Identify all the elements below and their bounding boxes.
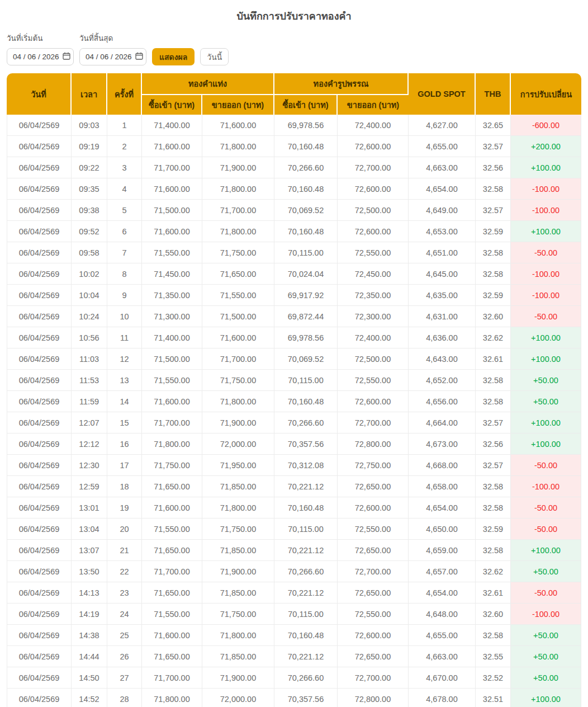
cell-bar-buy: 71,600.00 (142, 221, 202, 242)
cell-round: 9 (107, 285, 142, 306)
cell-change: -100.00 (511, 178, 581, 200)
cell-orn-sell: 72,300.00 (338, 306, 409, 327)
cell-gold-spot: 4,663.00 (409, 646, 476, 667)
cell-time: 09:22 (72, 157, 107, 178)
cell-bar-sell: 71,800.00 (202, 391, 274, 412)
cell-bar-buy: 71,800.00 (142, 433, 202, 455)
cell-time: 11:59 (72, 391, 107, 412)
cell-bar-sell: 71,700.00 (202, 200, 274, 221)
table-row: 06/04/256914:192471,550.0071,750.0070,11… (7, 604, 581, 625)
cell-change: -50.00 (511, 242, 581, 263)
end-date-input[interactable]: 04 / 06 / 2026 (79, 48, 146, 65)
cell-gold-spot: 4,664.00 (409, 412, 476, 433)
header-thb: THB (476, 73, 511, 115)
cell-gold-spot: 4,659.00 (409, 540, 476, 561)
cell-orn-sell: 72,450.00 (338, 263, 409, 285)
header-time: เวลา (72, 73, 107, 115)
header-orn-sell: ขายออก (บาท) (338, 94, 409, 115)
cell-gold-spot: 4,649.00 (409, 200, 476, 221)
cell-date: 06/04/2569 (7, 370, 72, 391)
cell-date: 06/04/2569 (7, 519, 72, 540)
cell-bar-sell: 72,000.00 (202, 433, 274, 455)
cell-orn-sell: 72,700.00 (338, 412, 409, 433)
header-ornament-group: ทองคำรูปพรรณ (274, 73, 409, 94)
cell-date: 06/04/2569 (7, 178, 72, 200)
cell-bar-buy: 71,600.00 (142, 497, 202, 519)
cell-round: 17 (107, 455, 142, 476)
cell-bar-sell: 71,700.00 (202, 348, 274, 370)
cell-date: 06/04/2569 (7, 604, 72, 625)
table-row: 06/04/256912:071571,700.0071,900.0070,26… (7, 412, 581, 433)
cell-bar-buy: 71,400.00 (142, 327, 202, 348)
cell-time: 09:38 (72, 200, 107, 221)
cell-orn-sell: 72,550.00 (338, 370, 409, 391)
table-row: 06/04/256912:121671,800.0072,000.0070,35… (7, 433, 581, 455)
cell-date: 06/04/2569 (7, 412, 72, 433)
cell-thb: 32.58 (476, 540, 511, 561)
table-row: 06/04/256911:531371,550.0071,750.0070,11… (7, 370, 581, 391)
cell-gold-spot: 4,654.00 (409, 582, 476, 604)
cell-orn-buy: 70,160.48 (274, 625, 338, 646)
cell-time: 09:58 (72, 242, 107, 263)
cell-bar-sell: 71,900.00 (202, 412, 274, 433)
cell-bar-sell: 71,800.00 (202, 497, 274, 519)
cell-change: +100.00 (511, 157, 581, 178)
cell-bar-sell: 71,750.00 (202, 370, 274, 391)
calendar-icon (59, 52, 70, 62)
start-date-input[interactable]: 04 / 06 / 2026 (7, 48, 74, 65)
cell-orn-buy: 70,266.60 (274, 667, 338, 689)
cell-time: 14:19 (72, 604, 107, 625)
cell-orn-buy: 70,266.60 (274, 561, 338, 582)
cell-gold-spot: 4,656.00 (409, 391, 476, 412)
cell-bar-sell: 71,900.00 (202, 667, 274, 689)
cell-bar-sell: 71,750.00 (202, 519, 274, 540)
cell-change: -100.00 (511, 200, 581, 221)
cell-change: -100.00 (511, 263, 581, 285)
cell-thb: 32.52 (476, 667, 511, 689)
cell-orn-buy: 70,266.60 (274, 412, 338, 433)
cell-date: 06/04/2569 (7, 540, 72, 561)
cell-orn-sell: 72,550.00 (338, 242, 409, 263)
cell-time: 12:12 (72, 433, 107, 455)
cell-bar-sell: 71,650.00 (202, 263, 274, 285)
cell-bar-sell: 71,850.00 (202, 476, 274, 497)
cell-round: 18 (107, 476, 142, 497)
cell-round: 4 (107, 178, 142, 200)
table-row: 06/04/256910:561171,400.0071,600.0069,97… (7, 327, 581, 348)
table-row: 06/04/256911:031271,500.0071,700.0070,06… (7, 348, 581, 370)
cell-orn-sell: 72,650.00 (338, 646, 409, 667)
cell-orn-buy: 70,221.12 (274, 646, 338, 667)
cell-bar-sell: 72,000.00 (202, 689, 274, 707)
gold-price-table-wrap: วันที่ เวลา ครั้งที่ ทองคำแท่ง ทองคำรูปพ… (7, 73, 581, 707)
cell-bar-sell: 71,800.00 (202, 136, 274, 157)
table-row: 06/04/256912:301771,750.0071,950.0070,31… (7, 455, 581, 476)
cell-change: -50.00 (511, 519, 581, 540)
cell-orn-buy: 70,069.52 (274, 348, 338, 370)
cell-orn-buy: 69,872.44 (274, 306, 338, 327)
cell-orn-sell: 72,600.00 (338, 497, 409, 519)
cell-time: 12:07 (72, 412, 107, 433)
cell-time: 12:30 (72, 455, 107, 476)
cell-bar-buy: 71,550.00 (142, 604, 202, 625)
today-button[interactable]: วันนี้ (200, 48, 229, 65)
cell-round: 2 (107, 136, 142, 157)
cell-bar-buy: 71,400.00 (142, 115, 202, 136)
cell-change: -50.00 (511, 455, 581, 476)
cell-time: 10:04 (72, 285, 107, 306)
table-row: 06/04/256913:072171,650.0071,850.0070,22… (7, 540, 581, 561)
table-row: 06/04/256913:011971,600.0071,800.0070,16… (7, 497, 581, 519)
table-header: วันที่ เวลา ครั้งที่ ทองคำแท่ง ทองคำรูปพ… (7, 73, 581, 115)
end-date-value: 04 / 06 / 2026 (86, 53, 132, 61)
cell-thb: 32.58 (476, 497, 511, 519)
cell-change: +100.00 (511, 327, 581, 348)
show-results-button[interactable]: แสดงผล (152, 48, 195, 65)
cell-orn-buy: 70,115.00 (274, 604, 338, 625)
end-date-group: วันที่สิ้นสุด 04 / 06 / 2026 (79, 32, 146, 65)
cell-orn-sell: 72,650.00 (338, 582, 409, 604)
cell-round: 12 (107, 348, 142, 370)
cell-date: 06/04/2569 (7, 497, 72, 519)
cell-bar-sell: 71,600.00 (202, 115, 274, 136)
cell-bar-buy: 71,650.00 (142, 646, 202, 667)
cell-bar-sell: 71,500.00 (202, 306, 274, 327)
page-title: บันทึกการปรับราคาทองคำ (7, 8, 581, 24)
